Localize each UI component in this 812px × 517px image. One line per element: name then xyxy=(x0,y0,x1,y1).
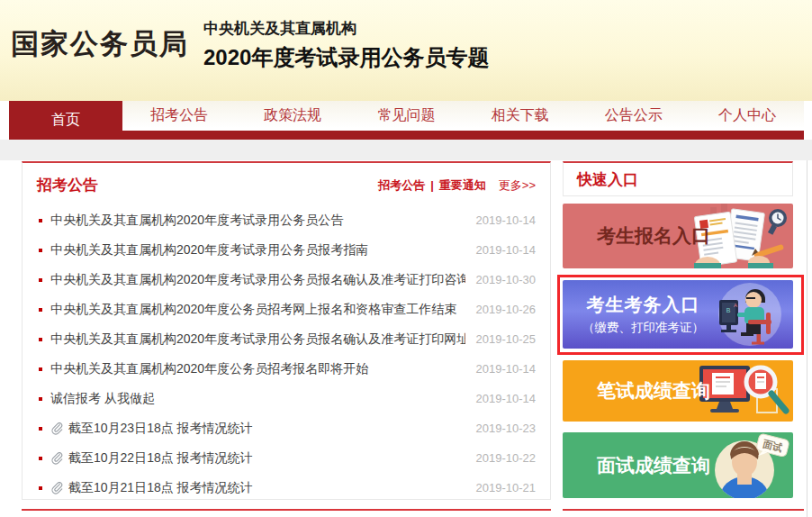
site-header: 国家公务员局 中央机关及其直属机构 2020年度考试录用公务员专题 xyxy=(0,0,812,101)
filter-announcements-link[interactable]: 招考公告 xyxy=(378,177,425,194)
announcement-item: 截至10月22日18点 报考情况统计 2019-10-22 xyxy=(37,443,536,473)
written-score-query-button[interactable]: 笔试成绩查询 xyxy=(563,360,793,422)
announcement-link[interactable]: 截至10月23日18点 报考情况统计 xyxy=(68,421,465,437)
nav-tab-label: 相关下载 xyxy=(492,106,549,125)
exam-affairs-label: 考生考务入口 xyxy=(582,293,704,317)
bullet-dot xyxy=(39,219,42,222)
announcement-item: 截至10月23日18点 报考情况统计 2019-10-23 xyxy=(37,413,536,443)
bullet-dot xyxy=(39,427,42,431)
interview-score-label: 面试成绩查询 xyxy=(597,453,710,478)
announcement-item: 诚信报考 从我做起 2019-10-14 xyxy=(37,384,536,413)
announcement-item: 中央机关及其直属机构2020年度考试录用公务员报名确认及准考证打印网址 2019… xyxy=(37,324,536,354)
nav-tab-label: 个人中心 xyxy=(718,106,776,125)
announcements-header: 招考公告 招考公告 | 重要通知 更多>> xyxy=(23,163,550,202)
nav-tab-downloads[interactable]: 相关下载 xyxy=(464,101,577,131)
announcement-link[interactable]: 截至10月22日18点 报考情况统计 xyxy=(68,450,465,467)
paperclip-icon xyxy=(50,482,63,494)
announcement-link[interactable]: 中央机关及其直属机构2020年度公务员招考报名即将开始 xyxy=(50,361,465,377)
header-subtitle: 中央机关及其直属机构 xyxy=(203,18,489,39)
announcement-item: 截至10月21日18点 报考情况统计 2019-10-21 xyxy=(37,473,536,503)
nav-tab-personal-center[interactable]: 个人中心 xyxy=(690,101,804,131)
nav-tab-faq[interactable]: 常见问题 xyxy=(349,101,463,131)
interview-score-query-button[interactable]: 面试成绩查询 面试 xyxy=(563,432,793,498)
announcement-date: 2019-10-14 xyxy=(476,362,537,376)
bullet-dot xyxy=(39,367,42,371)
announcements-filters: 招考公告 | 重要通知 更多>> xyxy=(378,177,536,194)
announcement-date: 2019-10-25 xyxy=(476,332,537,346)
announcement-link[interactable]: 中央机关及其直属机构2020年度考试录用公务员报考指南 xyxy=(50,242,465,258)
announcement-link[interactable]: 中央机关及其直属机构2020年度公务员招考网上报名和资格审查工作结束 xyxy=(50,302,465,318)
announcement-item: 中央机关及其直属机构2020年度公务员招考报名即将开始 2019-10-14 xyxy=(37,354,536,384)
bullet-dot xyxy=(39,397,42,401)
announcement-link[interactable]: 诚信报考 从我做起 xyxy=(50,391,465,407)
exam-affairs-labels: 考生考务入口 （缴费、打印准考证） xyxy=(582,293,704,336)
quick-entry-header: 快速入口 xyxy=(563,161,793,196)
announcement-link[interactable]: 中央机关及其直属机构2020年度考试录用公务员报名确认及准考证打印网址 xyxy=(50,331,465,348)
nav-tab-home[interactable]: 首页 xyxy=(9,101,122,140)
nav-tabs: 首页 招考公告 政策法规 常见问题 相关下载 公告公示 个人中心 xyxy=(9,101,804,140)
announcement-link[interactable]: 截至10月21日18点 报考情况统计 xyxy=(68,480,465,496)
announcement-date: 2019-10-14 xyxy=(476,213,537,227)
page: 国家公务员局 中央机关及其直属机构 2020年度考试录用公务员专题 首页 招考公… xyxy=(0,0,812,517)
announcements-title: 招考公告 xyxy=(37,175,98,195)
announcement-link[interactable]: 中央机关及其直属机构2020年度考试录用公务员公告 xyxy=(50,213,465,229)
exam-affairs-sublabel: （缴费、打印准考证） xyxy=(582,320,704,336)
nav-tab-label: 常见问题 xyxy=(377,106,435,125)
exam-affairs-entry-button[interactable]: 考生考务入口 （缴费、打印准考证） B A xyxy=(563,280,793,349)
announcement-date: 2019-10-22 xyxy=(476,451,537,465)
bullet-dot xyxy=(39,308,42,312)
nav-tab-public-notices[interactable]: 公告公示 xyxy=(577,101,690,131)
announcement-item: 中央机关及其直属机构2020年度考试录用公务员报名确认及准考证打印咨询电话 20… xyxy=(37,265,536,295)
header-titles: 中央机关及其直属机构 2020年度考试录用公务员专题 xyxy=(203,18,489,72)
main-nav: 首页 招考公告 政策法规 常见问题 相关下载 公告公示 个人中心 xyxy=(9,101,804,140)
interviewee-bubble-icon: 面试 xyxy=(699,432,793,498)
filter-separator: | xyxy=(430,178,434,192)
bullet-dot xyxy=(39,486,42,490)
bullet-dot xyxy=(39,457,42,460)
site-logo: 国家公务员局 xyxy=(11,25,189,63)
announcement-item: 中央机关及其直属机构2020年度考试录用公务员报考指南 2019-10-14 xyxy=(37,235,536,265)
quick-entry-panel: 快速入口 考生报名入口 xyxy=(563,161,793,517)
announcement-link[interactable]: 中央机关及其直属机构2020年度考试录用公务员报名确认及准考证打印咨询电话 xyxy=(50,272,465,288)
next-section-border-right xyxy=(563,509,804,511)
bullet-dot xyxy=(39,278,42,282)
next-section-border-left xyxy=(22,509,551,511)
nav-tab-announcements[interactable]: 招考公告 xyxy=(122,101,236,131)
nav-tab-label: 首页 xyxy=(51,111,80,130)
person-at-computer-icon: B A xyxy=(699,280,793,349)
announcement-item: 中央机关及其直属机构2020年度公务员招考网上报名和资格审查工作结束 2019-… xyxy=(37,295,536,324)
announcement-date: 2019-10-21 xyxy=(476,481,537,494)
svg-text:B: B xyxy=(726,307,731,313)
announcement-date: 2019-10-26 xyxy=(476,303,537,316)
registration-entry-button[interactable]: 考生报名入口 xyxy=(563,204,793,268)
registration-entry-label: 考生报名入口 xyxy=(597,223,710,249)
svg-text:A: A xyxy=(734,303,737,308)
announcement-date: 2019-10-14 xyxy=(476,392,537,405)
written-score-label: 笔试成绩查询 xyxy=(597,378,710,404)
page-title: 2020年度考试录用公务员专题 xyxy=(203,43,489,72)
bullet-dot xyxy=(39,338,42,341)
nav-tab-label: 招考公告 xyxy=(150,106,208,125)
quick-entry-title: 快速入口 xyxy=(577,169,638,190)
paperclip-icon xyxy=(50,452,63,465)
nav-divider-band xyxy=(0,140,812,160)
announcement-item: 中央机关及其直属机构2020年度考试录用公务员公告 2019-10-14 xyxy=(37,205,536,235)
paperclip-icon xyxy=(50,422,63,435)
announcement-date: 2019-10-30 xyxy=(476,273,537,286)
more-link[interactable]: 更多>> xyxy=(499,177,536,194)
filter-important-link[interactable]: 重要通知 xyxy=(439,177,486,194)
nav-tab-policies[interactable]: 政策法规 xyxy=(236,101,349,131)
announcement-date: 2019-10-14 xyxy=(476,243,537,257)
announcement-date: 2019-10-23 xyxy=(476,422,537,435)
bullet-dot xyxy=(39,249,42,252)
nav-tab-label: 公告公示 xyxy=(605,106,663,125)
container-right-edge xyxy=(807,160,807,517)
announcements-list: 中央机关及其直属机构2020年度考试录用公务员公告 2019-10-14 中央机… xyxy=(23,202,550,503)
announcements-panel: 招考公告 招考公告 | 重要通知 更多>> 中央机关及其直属机构2020年度考试… xyxy=(22,161,551,500)
nav-tab-label: 政策法规 xyxy=(264,106,321,125)
